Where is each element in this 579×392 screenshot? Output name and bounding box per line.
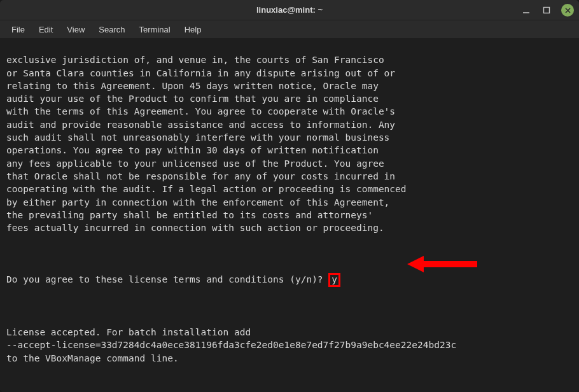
titlebar: linuxiac@mint: ~ <box>0 0 579 20</box>
svg-rect-1 <box>544 8 550 13</box>
blank-line-2 <box>6 300 573 313</box>
blank-line-3 <box>6 377 573 390</box>
menu-search[interactable]: Search <box>92 22 131 37</box>
menu-help[interactable]: Help <box>178 22 208 37</box>
close-icon <box>564 7 571 14</box>
close-button[interactable] <box>561 4 574 17</box>
blank-line-1 <box>6 248 573 260</box>
window-controls <box>520 0 574 20</box>
maximize-button[interactable] <box>541 4 552 16</box>
minimize-icon <box>522 6 531 15</box>
maximize-icon <box>542 6 551 15</box>
window-title: linuxiac@mint: ~ <box>256 5 323 15</box>
agree-line: Do you agree to these license terms and … <box>6 273 573 287</box>
menu-file[interactable]: File <box>5 22 31 37</box>
menu-edit[interactable]: Edit <box>32 22 59 37</box>
menu-view[interactable]: View <box>60 22 91 37</box>
agree-prompt: Do you agree to these license terms and … <box>6 274 328 284</box>
license-text: exclusive jurisdiction of, and venue in,… <box>6 53 573 234</box>
minimize-button[interactable] <box>520 4 532 16</box>
agree-answer-highlighted: y <box>328 273 340 287</box>
menubar: File Edit View Search Terminal Help <box>0 20 579 38</box>
terminal-window: linuxiac@mint: ~ File Edit View Search T… <box>0 0 579 392</box>
accepted-text: License accepted. For batch installation… <box>6 326 573 365</box>
menu-terminal[interactable]: Terminal <box>133 22 177 37</box>
terminal-body[interactable]: exclusive jurisdiction of, and venue in,… <box>0 38 579 392</box>
